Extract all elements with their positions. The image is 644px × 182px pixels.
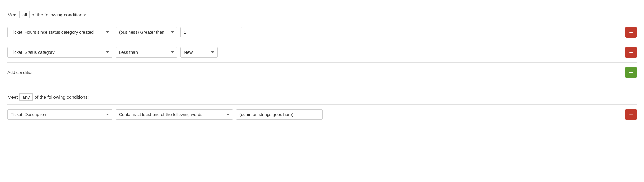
- meet-all-header: Meet all of the following conditions:: [7, 6, 637, 22]
- section-any: Meet any of the following conditions: Ti…: [7, 89, 637, 124]
- condition-3-operator-select[interactable]: Contains at least one of the following w…: [116, 109, 233, 120]
- condition-2-field-select[interactable]: Ticket: Hours since status category crea…: [7, 47, 112, 58]
- condition-2-fields: Ticket: Hours since status category crea…: [7, 47, 622, 58]
- condition-2-operator-select[interactable]: Less than Greater than Is Is not: [116, 47, 177, 58]
- condition-row-2: Ticket: Hours since status category crea…: [7, 42, 637, 62]
- condition-2-remove-button[interactable]: −: [625, 47, 637, 58]
- condition-1-field-select[interactable]: Ticket: Hours since status category crea…: [7, 27, 112, 37]
- add-condition-row: Add condition +: [7, 62, 637, 82]
- meet-any-suffix: of the following conditions:: [35, 94, 89, 100]
- meet-any-prefix: Meet: [7, 94, 18, 100]
- add-condition-button[interactable]: +: [625, 67, 637, 78]
- condition-3-field-select[interactable]: Ticket: Hours since status category crea…: [7, 109, 112, 120]
- condition-1-fields: Ticket: Hours since status category crea…: [7, 27, 622, 37]
- condition-3-value-input[interactable]: [236, 109, 323, 120]
- meet-all-prefix: Meet: [7, 12, 18, 17]
- section-all: Meet all of the following conditions: Ti…: [7, 6, 637, 82]
- add-condition-label[interactable]: Add condition: [7, 70, 34, 75]
- condition-row-1: Ticket: Hours since status category crea…: [7, 22, 637, 42]
- meet-any-keyword: any: [19, 93, 32, 101]
- meet-all-suffix: of the following conditions:: [32, 12, 86, 17]
- section-spacer: [7, 82, 637, 89]
- condition-3-fields: Ticket: Hours since status category crea…: [7, 109, 622, 120]
- condition-2-value-select[interactable]: New Open Pending Solved Closed: [180, 47, 218, 58]
- meet-all-keyword: all: [19, 11, 30, 18]
- condition-row-3: Ticket: Hours since status category crea…: [7, 104, 637, 124]
- condition-1-operator-select[interactable]: (business) Greater than (business) Less …: [116, 27, 177, 37]
- condition-1-remove-button[interactable]: −: [625, 27, 637, 38]
- condition-1-value-input[interactable]: [180, 27, 242, 37]
- meet-any-header: Meet any of the following conditions:: [7, 89, 637, 104]
- condition-3-remove-button[interactable]: −: [625, 109, 637, 120]
